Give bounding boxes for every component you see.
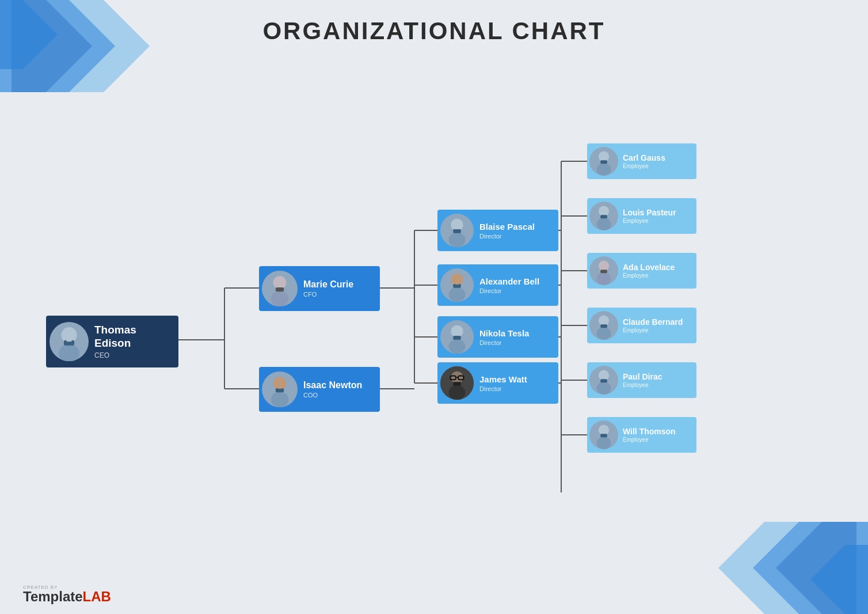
footer-lab: LAB	[83, 589, 111, 604]
svg-rect-52	[453, 336, 461, 340]
ceo-node: Thomas Edison CEO	[46, 316, 178, 367]
svg-rect-74	[600, 379, 607, 382]
employee-role-2: Employee	[623, 272, 675, 279]
employee-node-5: Will Thomson Employee	[587, 417, 696, 453]
svg-rect-71	[600, 324, 607, 328]
employee-node-3: Claude Bernard Employee	[587, 308, 696, 343]
director-role-3: Director	[479, 385, 527, 392]
ceo-name: Thomas Edison	[94, 324, 172, 350]
svg-rect-45	[453, 229, 461, 233]
employee-node-0: Carl Gauss Employee	[587, 143, 696, 179]
svg-point-73	[597, 382, 611, 395]
page-title: ORGANIZATIONAL CHART	[0, 17, 868, 45]
svg-rect-38	[276, 287, 284, 291]
employee-role-4: Employee	[623, 382, 662, 388]
employee-text-5: Will Thomson Employee	[623, 427, 676, 443]
director-name-3: James Watt	[479, 374, 527, 384]
svg-rect-42	[278, 386, 281, 389]
employee-text-2: Ada Lovelace Employee	[623, 263, 675, 279]
svg-point-76	[597, 437, 611, 449]
footer-template: Template	[23, 589, 83, 604]
director-avatar-2	[440, 320, 474, 354]
ceo-text: Thomas Edison CEO	[94, 324, 172, 359]
director-node-1: Alexander Bell Director	[437, 264, 558, 306]
manager-text-0: Marie Curie CFO	[303, 279, 353, 298]
manager-role-0: CFO	[303, 291, 353, 298]
svg-point-70	[597, 327, 611, 340]
svg-point-67	[597, 272, 611, 285]
svg-point-61	[597, 163, 611, 176]
employee-role-1: Employee	[623, 218, 676, 224]
svg-rect-41	[276, 388, 284, 392]
manager-role-1: COO	[303, 392, 362, 399]
employee-name-1: Louis Pasteur	[623, 208, 676, 217]
svg-point-69	[599, 316, 609, 326]
svg-rect-49	[455, 282, 459, 285]
director-name-1: Alexander Bell	[479, 276, 539, 286]
svg-point-64	[597, 218, 611, 230]
employee-name-5: Will Thomson	[623, 427, 676, 436]
footer-brand: TemplateLAB	[23, 590, 111, 604]
svg-point-33	[59, 344, 79, 361]
employee-name-0: Carl Gauss	[623, 153, 665, 162]
director-node-0: Blaise Pascal Director	[437, 210, 558, 251]
svg-point-47	[449, 287, 466, 302]
employee-avatar-1	[589, 202, 618, 230]
employee-node-1: Louis Pasteur Employee	[587, 198, 696, 234]
director-text-3: James Watt Director	[479, 374, 527, 392]
svg-point-37	[271, 291, 289, 306]
director-text-0: Blaise Pascal Director	[479, 222, 535, 240]
svg-point-75	[599, 425, 609, 435]
director-node-3: James Watt Director	[437, 362, 558, 404]
svg-point-72	[599, 370, 609, 381]
svg-rect-35	[66, 338, 71, 342]
director-node-2: Nikola Tesla Director	[437, 316, 558, 358]
employee-name-2: Ada Lovelace	[623, 263, 675, 272]
manager-node-0: Marie Curie CFO	[259, 266, 380, 311]
employee-role-5: Employee	[623, 437, 676, 443]
svg-point-36	[273, 276, 287, 289]
employee-text-3: Claude Bernard Employee	[623, 317, 683, 333]
employee-role-3: Employee	[623, 327, 683, 333]
director-text-1: Alexander Bell Director	[479, 276, 539, 294]
svg-rect-56	[453, 382, 461, 386]
employee-text-0: Carl Gauss Employee	[623, 153, 665, 169]
svg-rect-48	[453, 284, 461, 288]
employee-name-3: Claude Bernard	[623, 317, 683, 327]
director-name-0: Blaise Pascal	[479, 222, 535, 232]
employee-node-2: Ada Lovelace Employee	[587, 253, 696, 289]
director-role-2: Director	[479, 339, 529, 346]
svg-point-66	[599, 261, 609, 271]
employee-avatar-5	[589, 420, 618, 449]
svg-point-43	[451, 219, 463, 231]
svg-point-55	[449, 385, 466, 400]
svg-point-51	[449, 339, 466, 354]
svg-point-60	[599, 151, 609, 162]
employee-avatar-3	[589, 311, 618, 340]
svg-rect-77	[600, 434, 607, 437]
employee-text-1: Louis Pasteur Employee	[623, 208, 676, 224]
ceo-avatar	[50, 322, 89, 361]
employee-avatar-2	[589, 256, 618, 285]
director-text-2: Nikola Tesla Director	[479, 328, 529, 346]
manager-name-0: Marie Curie	[303, 279, 353, 290]
manager-avatar-1	[262, 372, 298, 407]
chart-area: Thomas Edison CEO Marie Curie CFO	[0, 63, 868, 568]
manager-node-1: Isaac Newton COO	[259, 367, 380, 412]
manager-avatar-0	[262, 271, 298, 306]
svg-point-40	[271, 392, 289, 407]
footer: CREATED BY TemplateLAB	[23, 585, 111, 604]
director-role-1: Director	[479, 287, 539, 294]
employee-avatar-0	[589, 147, 618, 176]
employee-text-4: Paul Dirac Employee	[623, 372, 662, 388]
svg-point-44	[449, 233, 466, 247]
director-name-2: Nikola Tesla	[479, 328, 529, 338]
employee-role-0: Employee	[623, 163, 665, 169]
svg-rect-65	[600, 215, 607, 218]
svg-point-63	[599, 206, 609, 217]
svg-rect-62	[600, 160, 607, 164]
director-role-0: Director	[479, 233, 535, 240]
employee-avatar-4	[589, 366, 618, 395]
manager-text-1: Isaac Newton COO	[303, 380, 362, 399]
employee-node-4: Paul Dirac Employee	[587, 362, 696, 398]
